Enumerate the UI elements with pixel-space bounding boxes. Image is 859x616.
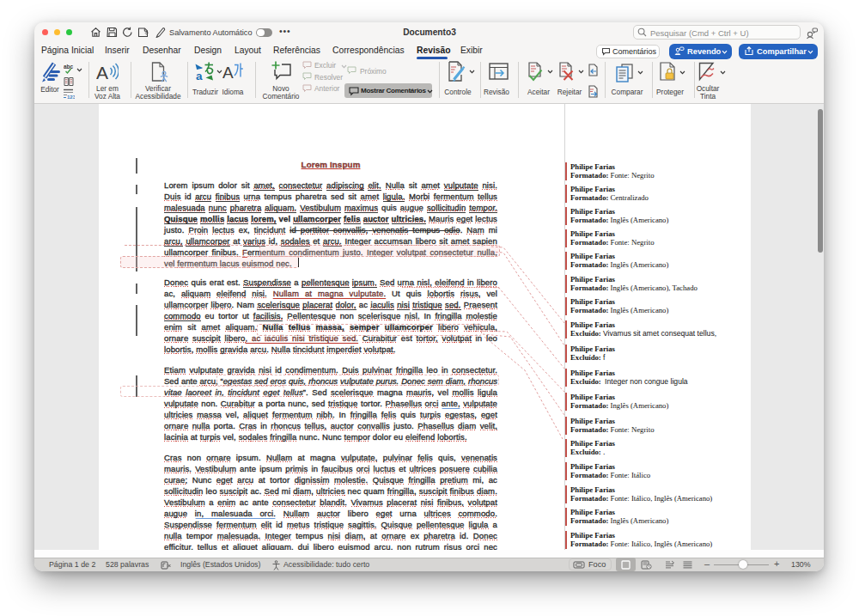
svg-text:A: A [96,63,108,82]
svg-text:123: 123 [67,95,75,100]
svg-text:A: A [222,64,234,82]
svg-text:abc: abc [64,64,74,70]
svg-text:a: a [196,70,203,82]
